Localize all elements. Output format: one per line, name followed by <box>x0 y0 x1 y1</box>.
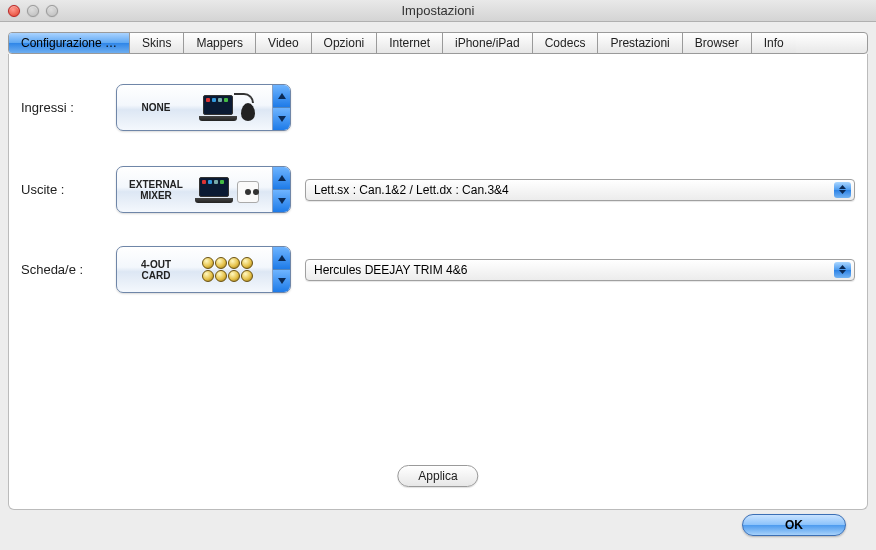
svg-marker-5 <box>839 190 846 194</box>
tab-internet[interactable]: Internet <box>377 33 443 53</box>
tab-bar: Configurazione … Skins Mappers Video Opz… <box>8 32 868 54</box>
inputs-step-down[interactable] <box>273 108 290 130</box>
tab-video[interactable]: Video <box>256 33 311 53</box>
label-schede: Scheda/e : <box>21 262 116 277</box>
chevron-down-icon <box>278 278 286 284</box>
tab-mappers[interactable]: Mappers <box>184 33 256 53</box>
tab-skins[interactable]: Skins <box>130 33 184 53</box>
tab-opzioni[interactable]: Opzioni <box>312 33 378 53</box>
titlebar: Impostazioni <box>0 0 876 22</box>
cards-selector-text: 4-OUT CARD <box>125 259 187 281</box>
sound-card-dropdown[interactable]: Hercules DEEJAY TRIM 4&6 <box>305 259 855 281</box>
svg-marker-1 <box>278 116 286 122</box>
tab-codecs[interactable]: Codecs <box>533 33 599 53</box>
outputs-selector-text: EXTERNAL MIXER <box>125 179 187 201</box>
chevron-up-icon <box>278 175 286 181</box>
svg-marker-2 <box>278 175 286 181</box>
svg-marker-3 <box>278 198 286 204</box>
minimize-icon[interactable] <box>27 5 39 17</box>
svg-marker-9 <box>839 270 846 274</box>
window-title: Impostazioni <box>0 3 876 18</box>
laptop-mixer-icon <box>195 173 259 207</box>
apply-button[interactable]: Applica <box>397 465 478 487</box>
dropdown-arrows-icon <box>834 182 851 198</box>
tab-configurazione[interactable]: Configurazione … <box>9 33 130 53</box>
rca-card-icon <box>195 253 259 287</box>
chevron-up-icon <box>278 93 286 99</box>
outputs-selector[interactable]: EXTERNAL MIXER <box>116 166 291 213</box>
chevron-up-icon <box>278 255 286 261</box>
inputs-selector[interactable]: NONE <box>116 84 291 131</box>
row-outputs: Uscite : EXTERNAL MIXER <box>21 166 855 213</box>
outputs-step-down[interactable] <box>273 190 290 212</box>
chevron-down-icon <box>278 198 286 204</box>
inputs-step-up[interactable] <box>273 85 290 108</box>
outputs-step-up[interactable] <box>273 167 290 190</box>
tab-info[interactable]: Info <box>752 33 796 53</box>
zoom-icon[interactable] <box>46 5 58 17</box>
svg-marker-0 <box>278 93 286 99</box>
outputs-channel-dropdown[interactable]: Lett.sx : Can.1&2 / Lett.dx : Can.3&4 <box>305 179 855 201</box>
label-uscite: Uscite : <box>21 182 116 197</box>
cards-step-down[interactable] <box>273 270 290 292</box>
cards-step-up[interactable] <box>273 247 290 270</box>
settings-panel: Ingressi : NONE <box>8 54 868 510</box>
window-controls <box>0 5 58 17</box>
svg-marker-8 <box>839 265 846 269</box>
outputs-channel-value: Lett.sx : Can.1&2 / Lett.dx : Can.3&4 <box>314 183 509 197</box>
sound-card-value: Hercules DEEJAY TRIM 4&6 <box>314 263 467 277</box>
svg-marker-7 <box>278 278 286 284</box>
dropdown-arrows-icon <box>834 262 851 278</box>
tab-iphone-ipad[interactable]: iPhone/iPad <box>443 33 533 53</box>
row-cards: Scheda/e : 4-OUT CARD <box>21 246 855 293</box>
inputs-selector-text: NONE <box>125 102 187 113</box>
tab-browser[interactable]: Browser <box>683 33 752 53</box>
label-ingressi: Ingressi : <box>21 100 116 115</box>
ok-button[interactable]: OK <box>742 514 846 536</box>
row-inputs: Ingressi : NONE <box>21 84 855 131</box>
svg-marker-4 <box>839 185 846 189</box>
tab-prestazioni[interactable]: Prestazioni <box>598 33 682 53</box>
svg-marker-6 <box>278 255 286 261</box>
chevron-down-icon <box>278 116 286 122</box>
cards-selector[interactable]: 4-OUT CARD <box>116 246 291 293</box>
laptop-mouse-icon <box>195 91 259 125</box>
close-icon[interactable] <box>8 5 20 17</box>
